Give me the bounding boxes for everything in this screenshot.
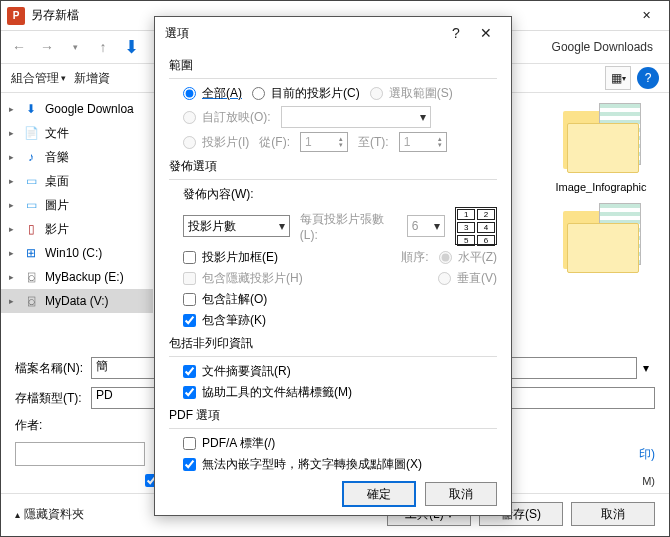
powerpoint-icon: P [7,7,25,25]
dialog-help-button[interactable]: ? [441,19,471,47]
nav-item[interactable]: ▸⬇Google Downloa [1,97,153,121]
expand-caret-icon[interactable]: ▸ [9,152,14,162]
radio-custom-show: 自訂放映(O): [183,109,271,126]
expand-caret-icon[interactable]: ▸ [9,296,14,306]
nav-item-label: 桌面 [45,173,69,190]
nav-item-icon: ▭ [23,197,39,213]
expand-caret-icon[interactable]: ▸ [9,248,14,258]
dialog-cancel-button[interactable]: 取消 [425,482,497,506]
order-label: 順序: [401,249,428,266]
cb-accessibility-tags[interactable]: 協助工具的文件結構標籤(M) [183,384,352,401]
close-icon[interactable]: ✕ [624,1,669,30]
cb-bitmap-text[interactable]: 無法內嵌字型時，將文字轉換成點陣圖(X) [183,456,422,473]
nav-item[interactable]: ▸⌼MyData (V:) [1,289,153,313]
section-nonprint: 包括非列印資訊 [169,335,497,352]
organize-menu[interactable]: 組合管理 ▾ [11,70,66,87]
cb-frame[interactable]: 投影片加框(E) [183,249,278,266]
nav-item[interactable]: ▸⊞Win10 (C:) [1,241,153,265]
expand-caret-icon[interactable]: ▸ [9,176,14,186]
cancel-button[interactable]: 取消 [571,502,655,526]
nav-item[interactable]: ▸♪音樂 [1,145,153,169]
folder-item[interactable]: Image_Infographic [553,103,649,193]
author-label: 作者: [15,417,71,434]
nav-item-label: MyBackup (E:) [45,270,124,284]
nav-item-icon: ⌼ [23,293,39,309]
expand-caret-icon[interactable]: ▸ [9,224,14,234]
nav-item-label: 影片 [45,221,69,238]
new-folder-button[interactable]: 新增資 [74,70,110,87]
handout-layout-icon: 123456 [455,207,497,245]
custom-show-select: ▾ [281,106,431,128]
dialog-close-button[interactable]: ✕ [471,19,501,47]
publish-what-label: 發佈內容(W): [183,186,254,203]
cb-ink[interactable]: 包含筆跡(K) [183,312,266,329]
cb-pdfa[interactable]: PDF/A 標準(/) [183,435,275,452]
nav-item-label: Google Downloa [45,102,134,116]
radio-selection: 選取範圍(S) [370,85,453,102]
help-button[interactable]: ? [637,67,659,89]
radio-slides: 投影片(I) [183,134,249,151]
publish-what-select[interactable]: 投影片數▾ [183,215,290,237]
per-page-select: 6▾ [407,215,445,237]
nav-item-icon: ♪ [23,149,39,165]
nav-item-icon: ⊞ [23,245,39,261]
radio-current[interactable]: 目前的投影片(C) [252,85,360,102]
nav-item-label: 文件 [45,125,69,142]
nav-item-icon: ⬇ [23,101,39,117]
from-input: 1▴▾ [300,132,348,152]
filetype-label: 存檔類型(T): [15,390,91,407]
nav-item-icon: ▯ [23,221,39,237]
ok-button[interactable]: 確定 [343,482,415,506]
section-pdf: PDF 選項 [169,407,497,424]
per-page-label: 每頁投影片張數(L): [300,211,397,242]
cb-doc-properties[interactable]: 文件摘要資訊(R) [183,363,291,380]
cb-comments[interactable]: 包含註解(O) [183,291,267,308]
forward-button[interactable]: → [35,35,59,59]
view-mode-button[interactable]: ▦ ▾ [605,66,631,90]
nav-item-icon: ▭ [23,173,39,189]
nav-item-label: 圖片 [45,197,69,214]
nav-item-icon: ⌼ [23,269,39,285]
nav-item[interactable]: ▸▯影片 [1,217,153,241]
radio-horizontal: 水平(Z) [439,249,497,266]
nav-item[interactable]: ▸📄文件 [1,121,153,145]
up-button[interactable]: ↑ [91,35,115,59]
back-button[interactable]: ← [7,35,31,59]
nav-item-icon: 📄 [23,125,39,141]
expand-caret-icon[interactable]: ▸ [9,104,14,114]
nav-item-label: Win10 (C:) [45,246,102,260]
nav-item[interactable]: ▸▭圖片 [1,193,153,217]
expand-caret-icon[interactable]: ▸ [9,128,14,138]
to-input: 1▴▾ [399,132,447,152]
options-dialog: 選項 ? ✕ 範圍 全部(A) 目前的投影片(C) 選取範圍(S) 自訂放映(O… [154,16,512,516]
recent-dropdown[interactable]: ▾ [63,35,87,59]
nav-item-label: MyData (V:) [45,294,109,308]
expand-caret-icon[interactable]: ▸ [9,200,14,210]
options-link-partial[interactable]: 印) [639,446,655,463]
radio-vertical: 垂直(V) [438,270,497,287]
section-range: 範圍 [169,57,497,74]
folder-item[interactable] [553,203,649,281]
nav-item[interactable]: ▸▭桌面 [1,169,153,193]
address-tail: Google Downloads [542,36,663,58]
nav-item-label: 音樂 [45,149,69,166]
cb-hidden-slides: 包含隱藏投影片(H) [183,270,303,287]
nav-item[interactable]: ▸⌼MyBackup (E:) [1,265,153,289]
nav-tree: ▸⬇Google Downloa▸📄文件▸♪音樂▸▭桌面▸▭圖片▸▯影片▸⊞Wi… [1,93,153,353]
download-arrow-icon: ⬇ [119,35,143,59]
dialog-title: 選項 [165,25,441,42]
section-publish: 發佈選項 [169,158,497,175]
expand-caret-icon[interactable]: ▸ [9,272,14,282]
filename-label: 檔案名稱(N): [15,360,91,377]
radio-all[interactable]: 全部(A) [183,85,242,102]
